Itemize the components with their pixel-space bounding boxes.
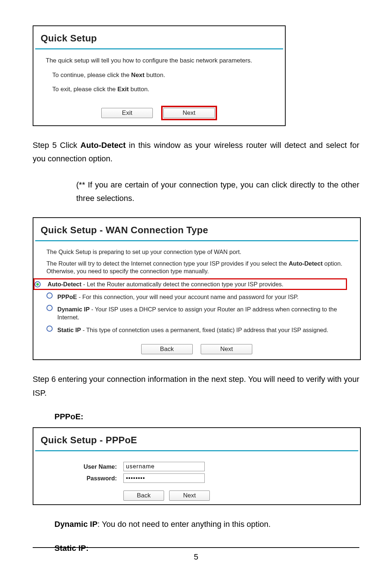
next-button[interactable]: Next bbox=[201, 344, 252, 354]
radio-auto-detect[interactable]: Auto-Detect - Let the Router automatical… bbox=[33, 278, 347, 290]
pppoe-heading: PPPoE: bbox=[54, 412, 359, 421]
panel-title: Quick Setup - WAN Connection Type bbox=[33, 218, 360, 240]
radio-pppoe[interactable]: PPPoE - For this connection, your will n… bbox=[46, 291, 347, 303]
back-button[interactable]: Back bbox=[141, 344, 193, 354]
exit-text: To exit, please click the Exit button. bbox=[46, 85, 273, 94]
panel-title: Quick Setup bbox=[33, 26, 285, 48]
quick-setup-frame: Quick Setup The quick setup will tell yo… bbox=[33, 25, 286, 126]
radio-icon bbox=[46, 326, 53, 332]
radio-list: Auto-Detect - Let the Router automatical… bbox=[46, 278, 347, 340]
step6-para: Step 6 entering your connection informat… bbox=[33, 372, 359, 400]
next-button[interactable]: Next bbox=[169, 491, 210, 501]
next-button-highlight: Next bbox=[161, 106, 217, 120]
continue-text: To continue, please click the Next butto… bbox=[46, 70, 273, 80]
password-input[interactable] bbox=[123, 473, 205, 483]
button-row: Back Next bbox=[33, 343, 360, 359]
password-label: Password: bbox=[41, 475, 117, 482]
step5-para: Step 5 Click Auto-Detect in this window … bbox=[33, 138, 359, 166]
button-row: Exit Next bbox=[33, 104, 285, 125]
divider bbox=[35, 450, 358, 451]
intro-text: The quick setup will tell you how to con… bbox=[46, 56, 273, 65]
radio-icon bbox=[46, 292, 53, 299]
static-ip-line: Static IP: bbox=[54, 544, 359, 553]
exit-button[interactable]: Exit bbox=[101, 108, 153, 118]
username-label: User Name: bbox=[41, 463, 117, 470]
page-number: 5 bbox=[0, 552, 392, 562]
wan-line1: The Quick Setup is preparing to set up y… bbox=[46, 248, 347, 256]
footer-rule bbox=[33, 547, 359, 548]
divider bbox=[35, 240, 358, 241]
note-para: (** If you are certain of your connectio… bbox=[76, 178, 359, 205]
pppoe-frame: Quick Setup - PPPoE User Name: Password:… bbox=[33, 427, 361, 505]
divider bbox=[35, 48, 283, 49]
dynamic-ip-line: Dynamic IP: You do not need to enter any… bbox=[54, 517, 359, 531]
wan-connection-frame: Quick Setup - WAN Connection Type The Qu… bbox=[33, 217, 361, 360]
radio-icon bbox=[34, 281, 41, 287]
back-button[interactable]: Back bbox=[123, 491, 164, 501]
wan-line2: The Router will try to detect the Intern… bbox=[46, 260, 347, 275]
radio-dynamic-ip[interactable]: Dynamic IP - Your ISP uses a DHCP servic… bbox=[46, 303, 347, 324]
next-button[interactable]: Next bbox=[163, 108, 215, 118]
button-row: Back Next bbox=[41, 484, 353, 501]
username-input[interactable] bbox=[123, 462, 205, 471]
panel-title: Quick Setup - PPPoE bbox=[33, 428, 360, 450]
radio-static-ip[interactable]: Static IP - This type of connetction use… bbox=[46, 324, 347, 336]
radio-icon bbox=[46, 305, 53, 311]
